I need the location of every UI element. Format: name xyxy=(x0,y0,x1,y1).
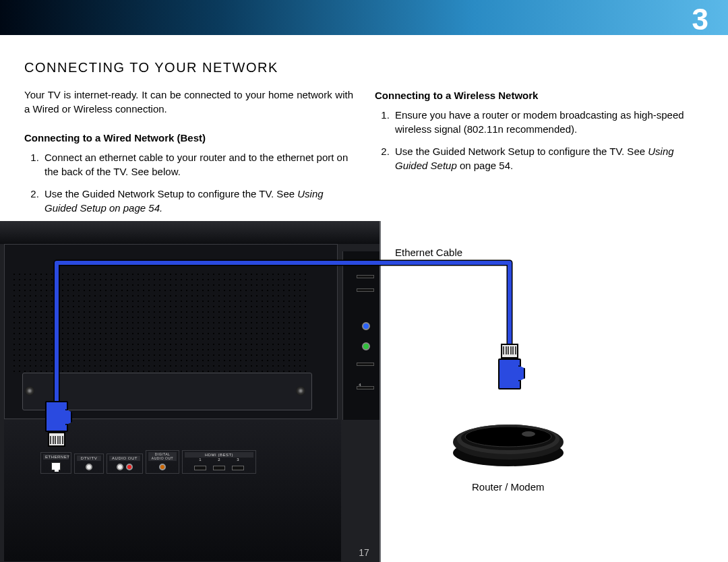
digital-audio-port: DIGITAL AUDIO OUT xyxy=(146,450,179,474)
wired-step-2: Use the Guided Network Setup to configur… xyxy=(42,187,353,215)
router-label: Router / Modem xyxy=(472,481,545,493)
page-title: CONNECTING TO YOUR NETWORK xyxy=(24,58,353,77)
wired-subheading: Connecting to a Wired Network (Best) xyxy=(24,131,353,145)
svg-point-4 xyxy=(465,427,551,447)
ventilation-grille xyxy=(11,272,308,375)
ethernet-port-icon xyxy=(51,462,61,470)
screw-icon xyxy=(296,386,305,396)
page-body: CONNECTING TO YOUR NETWORK Your TV is in… xyxy=(0,35,728,223)
rca-white-icon xyxy=(117,464,123,470)
wired-step-1: Connect an ethernet cable to your router… xyxy=(42,150,353,179)
tv-back-panel: 4 ETHERNET DTV/TV AUDIO OUT DIGITAL AUDI… xyxy=(0,221,381,562)
wired-steps: Connect an ethernet cable to your router… xyxy=(24,150,353,215)
svg-point-5 xyxy=(522,431,535,437)
hdmi-ports: HDMI (BEST) 1 2 3 xyxy=(182,450,256,474)
hdmi-port-icon xyxy=(213,466,225,470)
side-port-panel: 4 xyxy=(342,251,380,420)
audio-out-port: AUDIO OUT xyxy=(107,454,143,474)
router-device-icon xyxy=(448,414,569,468)
rca-red-icon xyxy=(126,464,133,470)
connection-diagram: 4 ETHERNET DTV/TV AUDIO OUT DIGITAL AUDI… xyxy=(0,221,728,562)
ethernet-cable-label: Ethernet Cable xyxy=(395,247,462,258)
wireless-step-2: Use the Guided Network Setup to configur… xyxy=(392,144,704,173)
right-column: Connecting to a Wireless Network Ensure … xyxy=(375,58,704,223)
green-jack-icon xyxy=(362,342,370,350)
coax-port-icon xyxy=(86,464,92,470)
hdmi-slot4-label: 4 xyxy=(350,383,370,387)
wireless-subheading: Connecting to a Wireless Network xyxy=(375,88,704,102)
hdmi-port-icon xyxy=(194,466,206,470)
intro-paragraph: Your TV is internet-ready. It can be con… xyxy=(24,88,353,116)
dtv-port: DTV/TV xyxy=(74,454,104,474)
page-number: 17 xyxy=(359,547,369,558)
chapter-banner: 3 xyxy=(0,0,728,35)
blue-jack-icon xyxy=(362,322,370,330)
screw-icon xyxy=(25,386,34,396)
rj45-connector-tv-icon xyxy=(43,401,70,448)
wireless-steps: Ensure you have a router or modem broadc… xyxy=(375,108,704,173)
ethernet-port: ETHERNET xyxy=(40,452,71,474)
rj45-connector-router-icon xyxy=(496,342,523,389)
chapter-number: 3 xyxy=(692,3,709,36)
wireless-step-1: Ensure you have a router or modem broadc… xyxy=(392,108,704,136)
bottom-port-row: ETHERNET DTV/TV AUDIO OUT DIGITAL AUDIO … xyxy=(40,447,263,474)
spdif-port-icon xyxy=(159,464,166,470)
hdmi-port-icon xyxy=(232,466,244,470)
left-column: CONNECTING TO YOUR NETWORK Your TV is in… xyxy=(24,58,353,223)
